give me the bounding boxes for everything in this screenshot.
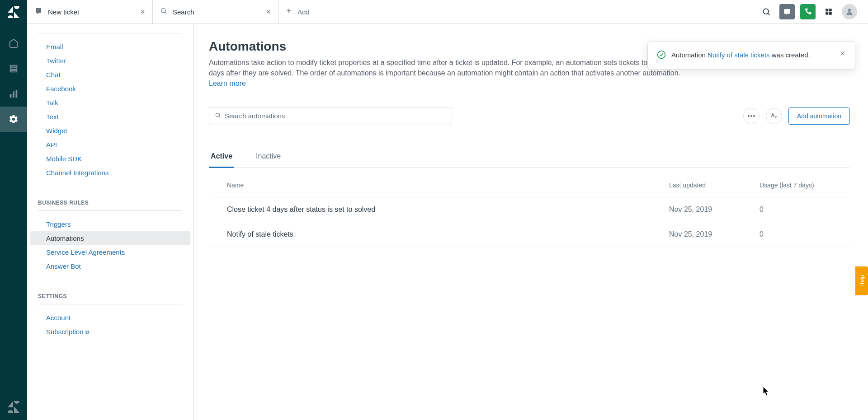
sidebar-twitter[interactable]: Twitter — [30, 54, 190, 68]
add-automation-button[interactable]: Add automation — [788, 107, 850, 125]
plus-icon — [286, 8, 292, 16]
nav-admin[interactable] — [0, 107, 27, 132]
search-icon — [215, 112, 221, 120]
svg-point-14 — [763, 9, 769, 14]
sidebar-automations[interactable]: Automations — [30, 231, 190, 245]
search-icon — [160, 7, 167, 16]
close-icon[interactable]: × — [140, 7, 145, 17]
sidebar-talk[interactable]: Talk — [30, 96, 190, 110]
search-box[interactable] — [209, 107, 452, 125]
sort-button[interactable]: AZ — [766, 108, 782, 124]
tab-label: New ticket — [48, 8, 79, 16]
svg-line-15 — [768, 13, 769, 15]
tab-search[interactable]: Search × — [153, 0, 278, 24]
sidebar-subscription-label: Subscription — [46, 328, 84, 336]
chat-button[interactable] — [779, 4, 795, 19]
nav-products[interactable] — [0, 401, 27, 413]
sidebar-channel-integrations[interactable]: Channel Integrations — [30, 166, 190, 180]
main-content: Automations Automations take action to m… — [193, 24, 868, 420]
svg-rect-20 — [826, 12, 828, 15]
svg-marker-31 — [763, 387, 769, 396]
section-business-rules: BUSINESS RULES — [27, 193, 193, 210]
topbar: New ticket × Search × Add — [27, 0, 868, 24]
phone-button[interactable] — [800, 4, 816, 19]
svg-point-22 — [848, 9, 851, 12]
search-button[interactable] — [759, 4, 774, 19]
sidebar-subscription[interactable]: Subscription⧉ — [30, 325, 190, 339]
nav-views[interactable] — [0, 56, 27, 81]
svg-point-10 — [161, 9, 165, 13]
sidebar-sla[interactable]: Service Level Agreements — [30, 245, 190, 259]
svg-point-27 — [753, 115, 755, 117]
sidebar-widget[interactable]: Widget — [30, 124, 190, 138]
sidebar-mobile-sdk[interactable]: Mobile SDK — [30, 152, 190, 166]
svg-rect-16 — [784, 9, 790, 14]
svg-rect-6 — [13, 92, 14, 98]
section-settings: SETTINGS — [27, 287, 193, 304]
sidebar-answer-bot[interactable]: Answer Bot — [30, 259, 190, 273]
sidebar-text[interactable]: Text — [30, 110, 190, 124]
svg-rect-3 — [10, 68, 17, 70]
svg-point-23 — [216, 113, 219, 117]
user-avatar[interactable] — [842, 4, 857, 19]
toast-prefix: Automation — [671, 51, 708, 59]
svg-rect-18 — [826, 9, 828, 11]
cursor-icon — [763, 387, 770, 396]
desc-text: Automations take action to modify ticket… — [209, 59, 687, 77]
settings-sidebar: Email Twitter Chat Facebook Talk Text Wi… — [27, 24, 193, 420]
svg-rect-2 — [10, 65, 17, 67]
close-icon[interactable] — [840, 50, 846, 58]
tab-label: Search — [173, 8, 194, 16]
sidebar-triggers[interactable]: Triggers — [30, 217, 190, 231]
sidebar-api[interactable]: API — [30, 138, 190, 152]
apps-button[interactable] — [821, 4, 836, 19]
svg-rect-7 — [16, 90, 18, 98]
nav-reporting[interactable] — [0, 81, 27, 107]
svg-marker-1 — [14, 12, 19, 18]
help-tab[interactable]: Help — [855, 266, 868, 295]
row-date: Nov 25, 2019 — [669, 205, 760, 214]
toast-notification: Automation Notify of stale tickets was c… — [647, 42, 855, 70]
svg-line-11 — [165, 12, 166, 14]
page-description: Automations take action to modify ticket… — [209, 57, 697, 89]
tab-active[interactable]: Active — [209, 152, 234, 168]
toolbar-row: AZ Add automation — [209, 107, 850, 125]
svg-point-25 — [748, 115, 750, 117]
tab-add[interactable]: Add — [278, 0, 317, 24]
sidebar-email[interactable]: Email — [30, 40, 190, 54]
nav-rail — [0, 0, 27, 420]
col-usage: Usage (last 7 days) — [760, 182, 850, 189]
toast-suffix: was created. — [770, 51, 810, 59]
col-last-updated: Last updated — [669, 182, 760, 189]
table-row[interactable]: Notify of stale tickets Nov 25, 2019 0 — [209, 222, 850, 247]
more-options-button[interactable] — [743, 108, 760, 124]
row-usage: 0 — [760, 230, 850, 238]
svg-rect-5 — [10, 94, 12, 98]
sidebar-facebook[interactable]: Facebook — [30, 82, 190, 96]
svg-marker-9 — [14, 406, 19, 413]
check-circle-icon — [657, 50, 666, 61]
svg-marker-0 — [8, 6, 13, 13]
topbar-right — [759, 4, 868, 19]
table-row[interactable]: Close ticket 4 days after status is set … — [209, 197, 850, 222]
sidebar-account[interactable]: Account — [30, 311, 190, 325]
svg-rect-4 — [10, 70, 17, 72]
row-name: Notify of stale tickets — [227, 230, 669, 238]
svg-rect-19 — [829, 9, 832, 11]
content-tabs: Active Inactive — [209, 152, 850, 168]
nav-home[interactable] — [0, 31, 27, 56]
learn-more-link[interactable]: Learn more — [209, 79, 246, 87]
tab-new-ticket[interactable]: New ticket × — [27, 0, 153, 24]
search-input[interactable] — [225, 112, 446, 120]
svg-point-28 — [658, 51, 665, 59]
external-link-icon: ⧉ — [85, 329, 90, 336]
close-icon[interactable]: × — [266, 7, 271, 17]
svg-marker-17 — [786, 14, 788, 15]
brand-logo — [8, 6, 19, 20]
col-name: Name — [227, 182, 669, 189]
tab-inactive[interactable]: Inactive — [254, 152, 283, 168]
table-header: Name Last updated Usage (last 7 days) — [209, 173, 850, 197]
ticket-icon — [34, 7, 42, 17]
toast-link[interactable]: Notify of stale tickets — [708, 51, 770, 59]
sidebar-chat[interactable]: Chat — [30, 68, 190, 82]
